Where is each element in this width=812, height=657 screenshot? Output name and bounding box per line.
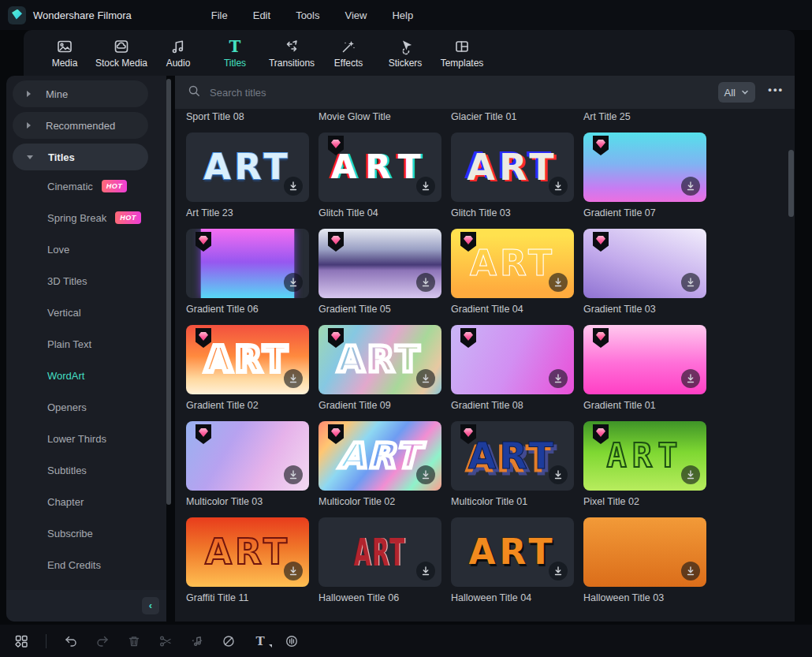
download-button[interactable] — [284, 562, 303, 580]
sidebar-item-love[interactable]: Love — [47, 233, 69, 265]
title-card[interactable]: ART Gradient Title 01 — [583, 325, 706, 411]
delete-icon[interactable] — [127, 634, 141, 648]
title-card[interactable]: ART Multicolor Title 02 — [318, 421, 441, 507]
sidebar-item-subscribe[interactable]: Subscribe — [47, 517, 93, 549]
tab-media[interactable]: Media — [36, 38, 93, 69]
menu-tools[interactable]: Tools — [292, 7, 323, 24]
download-button[interactable] — [681, 177, 700, 196]
title-card[interactable]: ART Gradient Title 05 — [318, 229, 441, 315]
sidebar-group-titles[interactable]: Titles — [13, 144, 148, 170]
title-card[interactable]: ART Halloween Title 03 — [583, 517, 706, 603]
title-card[interactable]: ART Gradient Title 02 — [186, 325, 309, 411]
sidebar-item-spring-break[interactable]: Spring Break HOT — [47, 202, 141, 233]
sidebar-footer: ‹ — [6, 590, 166, 622]
sidebar: Mine Recommended Titles Cinematic HOT Sp… — [6, 76, 166, 622]
marker-icon[interactable] — [222, 634, 236, 648]
sidebar-group-mine[interactable]: Mine — [13, 80, 148, 107]
title-card-label: Gradient Title 04 — [451, 304, 574, 315]
redo-icon[interactable] — [95, 634, 110, 648]
layout-grid-icon[interactable] — [14, 634, 28, 648]
stickers-icon — [397, 38, 414, 55]
download-button[interactable] — [681, 562, 700, 580]
download-button[interactable] — [681, 273, 700, 292]
download-button[interactable] — [416, 369, 435, 388]
nav-tabbar: Media Stock Media Audio T Titles Transit… — [24, 30, 795, 76]
sidebar-item-wordart[interactable]: WordArt — [47, 360, 84, 391]
menu-file[interactable]: File — [207, 7, 232, 24]
menu-help[interactable]: Help — [388, 7, 417, 24]
sidebar-item-lower-thirds[interactable]: Lower Thirds — [47, 423, 106, 454]
download-button[interactable] — [549, 562, 568, 580]
tab-stickers[interactable]: Stickers — [377, 38, 434, 69]
download-button[interactable] — [549, 369, 568, 388]
title-card[interactable]: ART Glitch Title 04 — [318, 133, 441, 218]
tab-transitions[interactable]: Transitions — [263, 38, 320, 69]
more-options-button[interactable]: ••• — [768, 84, 784, 95]
effects-icon — [340, 38, 357, 55]
download-button[interactable] — [284, 273, 303, 292]
collapse-sidebar-button[interactable]: ‹ — [142, 597, 159, 614]
title-card-label: Sport Title 08 — [186, 111, 244, 122]
download-button[interactable] — [681, 369, 700, 388]
title-card[interactable]: ART Gradient Title 03 — [583, 229, 706, 315]
chevron-right-icon — [27, 122, 31, 129]
download-button[interactable] — [416, 562, 435, 580]
title-card[interactable]: ART Pixel Title 02 — [583, 421, 706, 507]
title-card[interactable]: ART Gradient Title 04 — [451, 229, 574, 315]
menu-view[interactable]: View — [341, 7, 371, 24]
sidebar-item-cinematic[interactable]: Cinematic HOT — [47, 170, 127, 202]
title-card[interactable]: ART Art Title 23 — [186, 133, 309, 218]
search-input[interactable] — [210, 87, 549, 99]
title-card[interactable]: ART Gradient Title 09 — [318, 325, 441, 411]
sidebar-item-3d-titles[interactable]: 3D Titles — [47, 265, 88, 297]
content-scrollbar[interactable] — [788, 150, 794, 217]
templates-icon — [453, 38, 471, 55]
tab-titles[interactable]: T Titles — [207, 38, 263, 69]
download-button[interactable] — [416, 465, 435, 484]
tab-stickers-label: Stickers — [389, 58, 423, 69]
download-button[interactable] — [416, 273, 435, 292]
add-text-icon[interactable]: T — [253, 634, 267, 648]
download-button[interactable] — [549, 465, 568, 484]
download-button[interactable] — [549, 273, 568, 292]
title-card[interactable]: ART Glitch Title 03 — [451, 133, 574, 218]
download-button[interactable] — [416, 177, 435, 196]
title-card-label: Multicolor Title 03 — [186, 496, 309, 507]
title-card[interactable]: ART Gradient Title 07 — [583, 133, 706, 218]
audio-adjust-icon[interactable] — [285, 634, 299, 648]
sidebar-item-chapter[interactable]: Chapter — [47, 486, 84, 517]
download-button[interactable] — [681, 465, 700, 484]
title-card[interactable]: ART Halloween Title 04 — [451, 517, 574, 603]
sidebar-group-recommended[interactable]: Recommended — [13, 112, 148, 139]
filter-all-dropdown[interactable]: All — [718, 82, 755, 103]
download-button[interactable] — [284, 177, 303, 196]
title-card[interactable]: ART Multicolor Title 03 — [186, 421, 309, 507]
tab-stock-media[interactable]: Stock Media — [93, 38, 150, 69]
sidebar-item-vertical[interactable]: Vertical — [47, 297, 81, 328]
tab-templates[interactable]: Templates — [434, 38, 490, 69]
beat-detect-icon[interactable] — [190, 634, 204, 648]
tab-audio[interactable]: Audio — [150, 38, 207, 69]
title-card-label: Glitch Title 04 — [318, 207, 441, 218]
title-card-label: Gradient Title 01 — [583, 400, 706, 411]
menu-edit[interactable]: Edit — [249, 7, 274, 24]
title-card-label: Movie Glow Title — [318, 111, 391, 122]
tab-effects[interactable]: Effects — [320, 38, 377, 69]
title-card[interactable]: ART Graffiti Title 11 — [186, 517, 309, 603]
title-card[interactable]: ART Multicolor Title 01 — [451, 421, 574, 507]
sidebar-item-openers[interactable]: Openers — [47, 391, 87, 423]
sidebar-scrollbar[interactable] — [166, 79, 171, 505]
undo-icon[interactable] — [64, 634, 78, 648]
sidebar-item-end-credits[interactable]: End Credits — [47, 549, 101, 580]
split-scissors-icon[interactable] — [158, 634, 173, 648]
download-button[interactable] — [549, 177, 568, 196]
sidebar-item-subtitles[interactable]: Subtitles — [47, 454, 87, 486]
title-card[interactable]: ART Gradient Title 08 — [451, 325, 574, 411]
search-icon — [188, 84, 200, 100]
title-card-label: Halloween Title 04 — [451, 592, 574, 603]
title-card[interactable]: ART Gradient Title 06 — [186, 229, 309, 315]
title-card[interactable]: ART Halloween Title 06 — [318, 517, 441, 603]
download-button[interactable] — [284, 465, 303, 484]
download-button[interactable] — [284, 369, 303, 388]
sidebar-item-plain-text[interactable]: Plain Text — [47, 328, 91, 360]
